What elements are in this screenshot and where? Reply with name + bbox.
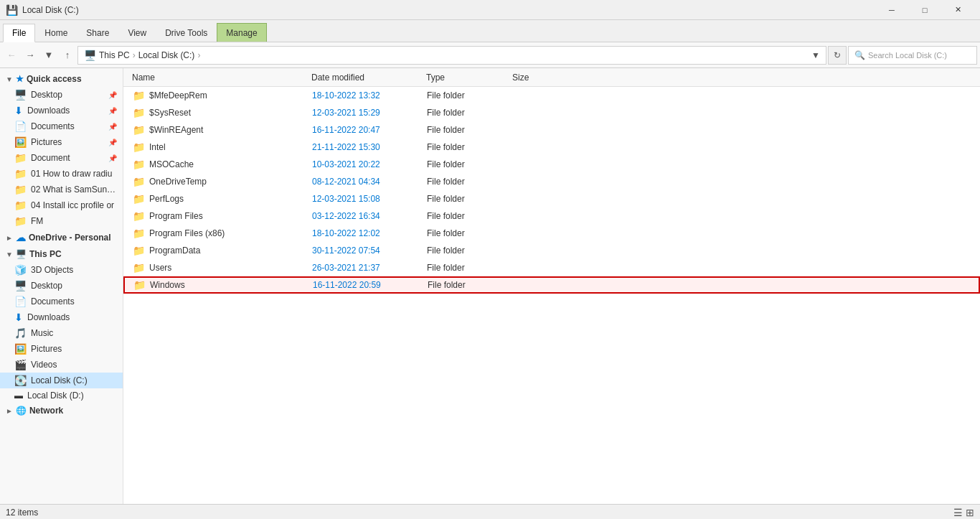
table-row[interactable]: 📁Program Files 03-12-2022 16:34 File fol…: [123, 207, 980, 225]
videos-pc-icon: 🎬: [14, 359, 27, 370]
sidebar-network-header[interactable]: ► 🌐 Network: [0, 403, 123, 419]
table-row[interactable]: 📁$SysReset 12-03-2021 15:29 File folder: [123, 104, 980, 121]
address-bar[interactable]: 🖥️ This PC › Local Disk (C:) › ▼: [77, 46, 826, 65]
item-count: 12 items: [6, 508, 38, 518]
file-date: 30-11-2022 07:54: [306, 246, 421, 256]
file-date: 18-10-2022 12:02: [306, 228, 421, 238]
folder-icon: 📁: [133, 141, 145, 153]
file-type: File folder: [421, 246, 507, 256]
recent-locations-button[interactable]: ▼: [40, 47, 57, 64]
sidebar-item-pictures-qa[interactable]: 🖼️ Pictures 📌: [0, 134, 123, 150]
search-icon: 🔍: [854, 50, 865, 60]
sidebar-item-local-disk-c[interactable]: 💽 Local Disk (C:): [0, 373, 123, 388]
file-date: 26-03-2021 21:37: [306, 263, 421, 273]
maximize-button[interactable]: □: [908, 0, 941, 20]
file-date: 18-10-2022 13:32: [306, 90, 421, 100]
fm-qa-icon: 📁: [14, 215, 27, 227]
file-date: 08-12-2021 04:34: [306, 177, 421, 187]
sidebar-item-howto-qa[interactable]: 📁 01 How to draw radiu: [0, 166, 123, 182]
file-date: 03-12-2022 16:34: [306, 211, 421, 221]
tab-share[interactable]: Share: [77, 23, 118, 42]
sidebar-item-install-qa[interactable]: 📁 04 Install icc profile or: [0, 197, 123, 213]
documents-qa-label: Documents: [31, 121, 75, 131]
sidebar-item-fm-qa[interactable]: 📁 FM: [0, 213, 123, 229]
sidebar-item-downloads-pc[interactable]: ⬇ Downloads: [0, 309, 123, 325]
tab-drive-tools[interactable]: Drive Tools: [156, 23, 217, 42]
up-button[interactable]: ↑: [59, 47, 76, 64]
sidebar-item-pictures-pc[interactable]: 🖼️ Pictures: [0, 341, 123, 357]
file-date: 16-11-2022 20:47: [306, 125, 421, 135]
address-bar-row: ← → ▼ ↑ 🖥️ This PC › Local Disk (C:) › ▼…: [0, 42, 980, 68]
file-name: Intel: [149, 142, 166, 152]
table-row[interactable]: 📁ProgramData 30-11-2022 07:54 File folde…: [123, 242, 980, 259]
table-row[interactable]: 📁Users 26-03-2021 21:37 File folder: [123, 259, 980, 276]
sidebar-item-documents-qa[interactable]: 📄 Documents 📌: [0, 118, 123, 134]
samsung-qa-icon: 📁: [14, 184, 27, 195]
local-disk-d-icon: ▬: [14, 391, 23, 401]
sidebar-onedrive-header[interactable]: ► ☁ OneDrive - Personal: [0, 229, 123, 246]
grid-view-button[interactable]: ⊞: [966, 507, 974, 518]
network-icon: 🌐: [16, 406, 27, 416]
file-date: 16-11-2022 20:59: [307, 280, 422, 290]
col-header-date[interactable]: Date modified: [306, 73, 420, 83]
address-dropdown-icon[interactable]: ▼: [811, 50, 820, 60]
documents-qa-pin: 📌: [108, 123, 117, 131]
tab-file[interactable]: File: [3, 24, 35, 42]
sidebar-item-local-disk-d[interactable]: ▬ Local Disk (D:): [0, 388, 123, 403]
desktop-pc-label: Desktop: [31, 281, 62, 291]
back-button[interactable]: ←: [3, 47, 20, 64]
address-localdisk-label: Local Disk (C:): [138, 50, 195, 60]
document-qa-pin: 📌: [108, 154, 117, 162]
file-type: File folder: [421, 90, 507, 100]
col-header-size[interactable]: Size: [507, 73, 564, 83]
file-type: File folder: [421, 211, 507, 221]
sidebar-item-documents-pc[interactable]: 📄 Documents: [0, 294, 123, 309]
desktop-qa-pin: 📌: [108, 91, 117, 99]
sidebar-item-samsung-qa[interactable]: 📁 02 What is SamSung c: [0, 182, 123, 197]
pictures-qa-icon: 🖼️: [14, 136, 27, 148]
sidebar-item-document-qa[interactable]: 📁 Document 📌: [0, 150, 123, 166]
table-row[interactable]: 📁Intel 21-11-2022 15:30 File folder: [123, 139, 980, 156]
col-header-type[interactable]: Type: [420, 73, 507, 83]
close-button[interactable]: ✕: [941, 0, 974, 20]
local-disk-c-label: Local Disk (C:): [31, 375, 88, 385]
file-name: Users: [149, 263, 171, 273]
sidebar-item-downloads-qa[interactable]: ⬇ Downloads 📌: [0, 103, 123, 118]
table-row-windows[interactable]: 📁Windows 16-11-2022 20:59 File folder: [123, 276, 980, 294]
onedrive-chevron: ►: [6, 234, 13, 242]
sidebar-item-3d-objects[interactable]: 🧊 3D Objects: [0, 262, 123, 278]
pictures-qa-label: Pictures: [31, 137, 62, 147]
table-row[interactable]: 📁OneDriveTemp 08-12-2021 04:34 File fold…: [123, 173, 980, 190]
sidebar-item-music-pc[interactable]: 🎵 Music: [0, 325, 123, 341]
quickaccess-chevron: ▼: [6, 75, 13, 83]
sidebar-item-videos-pc[interactable]: 🎬 Videos: [0, 357, 123, 373]
table-row[interactable]: 📁PerfLogs 12-03-2021 15:08 File folder: [123, 190, 980, 207]
file-name: MSOCache: [149, 159, 194, 169]
tab-home[interactable]: Home: [35, 23, 77, 42]
file-type: File folder: [421, 159, 507, 169]
search-box[interactable]: 🔍 Search Local Disk (C:): [848, 46, 977, 65]
table-row[interactable]: 📁$MfeDeepRem 18-10-2022 13:32 File folde…: [123, 87, 980, 104]
col-header-name[interactable]: Name: [126, 73, 306, 83]
address-sep2: ›: [197, 50, 200, 60]
thispc-icon: 🖥️: [16, 249, 27, 259]
table-row[interactable]: 📁$WinREAgent 16-11-2022 20:47 File folde…: [123, 121, 980, 139]
file-name: $MfeDeepRem: [149, 90, 207, 100]
table-row[interactable]: 📁MSOCache 10-03-2021 20:22 File folder: [123, 156, 980, 173]
refresh-button[interactable]: ↻: [828, 46, 847, 65]
view-toggle: ☰ ⊞: [953, 507, 974, 518]
sidebar-item-desktop-pc[interactable]: 🖥️ Desktop: [0, 278, 123, 294]
tab-manage[interactable]: Manage: [217, 23, 266, 42]
minimize-button[interactable]: ─: [875, 0, 908, 20]
table-row[interactable]: 📁Program Files (x86) 18-10-2022 12:02 Fi…: [123, 225, 980, 242]
folder-icon: 📁: [133, 210, 145, 222]
details-view-button[interactable]: ☰: [953, 507, 963, 518]
sidebar-thispc-header[interactable]: ▼ 🖥️ This PC: [0, 246, 123, 262]
tab-view[interactable]: View: [118, 23, 156, 42]
music-pc-icon: 🎵: [14, 327, 27, 339]
address-thispc: This PC › Local Disk (C:) ›: [99, 50, 200, 60]
sidebar-quickaccess-header[interactable]: ▼ ★ Quick access: [0, 71, 123, 87]
address-sep1: ›: [133, 50, 136, 60]
sidebar-item-desktop-qa[interactable]: 🖥️ Desktop 📌: [0, 87, 123, 103]
forward-button[interactable]: →: [22, 47, 39, 64]
